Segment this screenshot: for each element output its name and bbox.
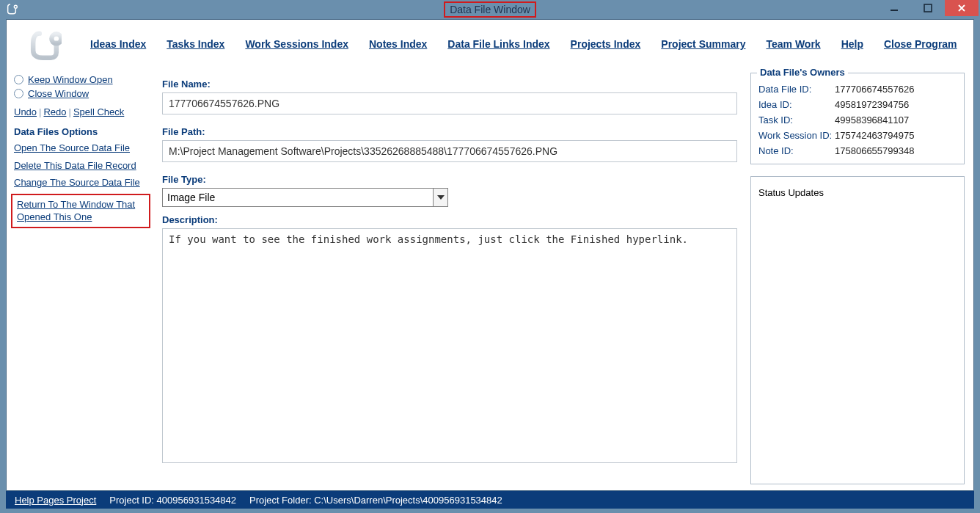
file-type-label: File Type:: [162, 174, 737, 185]
top-menu-bar: Ideas Index Tasks Index Work Sessions In…: [7, 20, 973, 68]
svg-point-3: [51, 34, 61, 43]
work-session-id-label: Work Session ID:: [758, 130, 835, 141]
note-id-label: Note ID:: [758, 145, 835, 156]
menu-notes-index[interactable]: Notes Index: [369, 38, 427, 50]
radio-close-window[interactable]: Close Window: [14, 88, 155, 99]
footer-project-id: Project ID: 400956931534842: [109, 495, 236, 506]
help-pages-project-link[interactable]: Help Pages Project: [15, 495, 96, 506]
svg-rect-2: [924, 4, 932, 12]
main-form: File Name: File Path: File Type: Image F…: [159, 68, 750, 490]
change-source-data-file-link[interactable]: Change The Source Data File: [14, 176, 155, 189]
data-file-id-value: 177706674557626: [835, 84, 914, 95]
return-to-previous-window-link[interactable]: Return To The Window That Opened This On…: [11, 194, 150, 228]
menu-team-work[interactable]: Team Work: [766, 38, 820, 50]
return-link-label: Return To The Window That Opened This On…: [17, 199, 135, 223]
app-icon: [6, 3, 18, 17]
footer-project-folder: Project Folder: C:\Users\Darren\Projects…: [249, 495, 502, 506]
status-bar: Help Pages Project Project ID: 400956931…: [6, 491, 974, 509]
data-file-id-label: Data File ID:: [758, 84, 835, 95]
file-path-label: File Path:: [162, 126, 737, 137]
menu-close-program[interactable]: Close Program: [884, 38, 957, 50]
delete-data-file-record-link[interactable]: Delete This Data File Record: [14, 159, 155, 172]
file-name-label: File Name:: [162, 79, 737, 90]
right-column: Data File's Owners Data File ID: 1777066…: [750, 68, 973, 490]
file-name-input[interactable]: [162, 92, 737, 114]
description-label: Description:: [162, 214, 737, 225]
menu-work-sessions-index[interactable]: Work Sessions Index: [245, 38, 348, 50]
sidebar-options-header: Data Files Options: [14, 126, 155, 137]
app-window: Data File Window: [0, 0, 980, 513]
spell-check-link[interactable]: Spell Check: [73, 106, 124, 117]
owners-legend: Data File's Owners: [757, 68, 848, 78]
menu-project-summary[interactable]: Project Summary: [661, 38, 745, 50]
status-updates-groupbox: Status Updates: [750, 176, 965, 484]
status-updates-legend: Status Updates: [758, 187, 957, 198]
task-id-value: 49958396841107: [835, 114, 909, 125]
minimize-button[interactable]: [877, 0, 911, 16]
work-session-id-value: 175742463794975: [835, 130, 914, 141]
svg-rect-1: [891, 10, 898, 11]
file-type-selected-value: Image File: [163, 189, 433, 206]
owners-groupbox: Data File's Owners Data File ID: 1777066…: [750, 73, 965, 164]
idea-id-value: 49581972394756: [835, 99, 909, 110]
idea-id-label: Idea ID:: [758, 99, 835, 110]
radio-keep-label: Keep Window Open: [28, 74, 113, 85]
file-type-select[interactable]: Image File: [162, 188, 448, 207]
app-logo-icon: [20, 24, 70, 64]
radio-close-label: Close Window: [28, 88, 89, 99]
window-title: Data File Window: [444, 1, 536, 18]
undo-link[interactable]: Undo: [14, 106, 37, 117]
radio-keep-window-open[interactable]: Keep Window Open: [14, 74, 155, 85]
description-textarea[interactable]: [162, 228, 737, 463]
note-id-value: 175806655799348: [835, 145, 914, 156]
radio-icon: [14, 75, 23, 84]
redo-link[interactable]: Redo: [43, 106, 66, 117]
menu-help[interactable]: Help: [841, 38, 863, 50]
task-id-label: Task ID:: [758, 114, 835, 125]
menu-ideas-index[interactable]: Ideas Index: [90, 38, 146, 50]
chevron-down-icon[interactable]: [433, 189, 447, 206]
radio-icon: [14, 89, 23, 98]
titlebar: Data File Window: [0, 0, 980, 19]
close-button[interactable]: [945, 0, 979, 16]
menu-tasks-index[interactable]: Tasks Index: [167, 38, 224, 50]
client-area: Ideas Index Tasks Index Work Sessions In…: [6, 19, 974, 491]
menu-data-file-links-index[interactable]: Data File Links Index: [447, 38, 549, 50]
open-source-data-file-link[interactable]: Open The Source Data File: [14, 142, 155, 155]
maximize-button[interactable]: [911, 0, 945, 16]
svg-point-0: [14, 5, 17, 8]
left-sidebar: Keep Window Open Close Window Undo | Red…: [7, 68, 159, 490]
menu-projects-index[interactable]: Projects Index: [571, 38, 641, 50]
file-path-input[interactable]: [162, 140, 737, 162]
